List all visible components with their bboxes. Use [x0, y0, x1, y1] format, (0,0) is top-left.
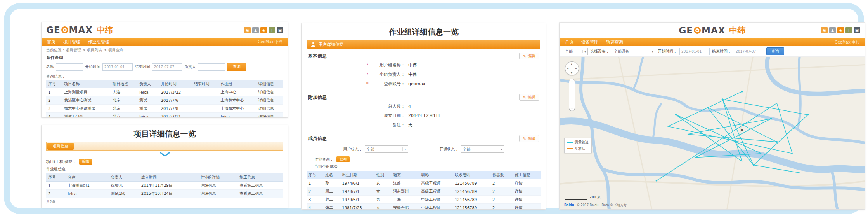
nav-welcome-text: GeoMax 中纬 — [258, 39, 282, 45]
nav-item-home[interactable]: 首页 — [47, 39, 55, 45]
edit-project-button[interactable]: 编辑 — [79, 159, 92, 164]
geomax-logo: GE MAX 中纬 — [46, 24, 113, 35]
edit-basic-button[interactable]: ✎ 编辑 — [519, 52, 539, 60]
table-cell: 4 — [307, 204, 323, 210]
table-cell: leica — [137, 113, 159, 118]
field-founded-date: 成立日期： 2014年12月1日 — [366, 113, 539, 119]
table-row: 3赵二1979/5/1男上海中级工程师1214567892详情 — [307, 196, 541, 204]
table-cell: 2 — [490, 196, 513, 204]
chevron-down-icon: ▾ — [650, 50, 653, 53]
screenshot-canvas: GE MAX 中纬 ◉ ▲ ◈ ✛ ▣ 首页 项目管理 作业组管理 GeoMax… — [0, 0, 868, 217]
open-status-label: 开通状态： — [440, 147, 459, 152]
table-link[interactable]: 查看施工信息 — [237, 182, 283, 190]
edit-members-button[interactable]: ✎ 编辑 — [519, 135, 539, 142]
nav-item-home[interactable]: 首页 — [565, 39, 573, 45]
column-header: 详细信息 — [256, 80, 283, 88]
open-status-select[interactable]: 全部 ▾ — [461, 145, 504, 153]
table-link[interactable]: 详细信息 — [199, 182, 238, 190]
table-cell: 江苏 — [391, 179, 419, 187]
nav-item-devices[interactable]: 设备管理 — [581, 39, 598, 45]
table-link[interactable]: 详情 — [513, 179, 541, 187]
table-cell: 女 — [374, 179, 391, 187]
device-type-select[interactable]: 全部 ▾ — [563, 48, 588, 55]
table-link[interactable]: 详细信息 — [256, 113, 283, 118]
table-cell — [192, 96, 219, 105]
table-link[interactable]: 详细信息 — [256, 96, 283, 105]
user-status-select[interactable]: 全部 ▾ — [365, 145, 408, 153]
table-cell: 测试1试 — [109, 190, 139, 198]
table-cell: 2014年11月29日 — [139, 182, 199, 190]
pencil-icon: ✎ — [523, 95, 526, 100]
table-row: 4钱二1981/7/23女安徽合肥中级工程师1214567892详情 — [307, 204, 541, 210]
pencil-icon: ✎ — [523, 54, 526, 58]
theodolite-icon: ▣ — [854, 27, 860, 33]
table-cell: 高级工程师 — [419, 179, 453, 187]
pan-down-arrow[interactable]: ▾ — [571, 71, 572, 75]
nav-item-projects[interactable]: 项目管理 — [63, 39, 80, 45]
owner-input[interactable] — [198, 63, 225, 71]
table-cell: 女 — [374, 204, 391, 210]
zoom-in-button[interactable]: + — [570, 79, 573, 83]
table-row: 2leica测试1试2015年10月24日详细信息查看施工信息 — [46, 190, 283, 198]
pan-control[interactable]: ▴ ▾ ◂ ▸ — [565, 61, 579, 75]
map-canvas[interactable] — [560, 57, 865, 209]
table-cell: 1974/6/1 — [340, 179, 374, 187]
end-date-label: 结束时间 — [135, 64, 150, 70]
start-date-input[interactable]: 2017-01-01 — [679, 48, 710, 55]
divider — [330, 99, 516, 99]
pan-left-arrow[interactable]: ◂ — [567, 66, 568, 70]
theodolite-icon: ▣ — [277, 27, 283, 33]
zoom-track[interactable] — [572, 84, 572, 106]
name-input[interactable] — [56, 63, 83, 71]
table-link[interactable]: 详情 — [513, 196, 541, 204]
nav-item-groups[interactable]: 作业组管理 — [88, 39, 109, 45]
projects-table: 序号项目名称项目地点负责人开始时间结束时间作业组详细信息1上海测量项目大连lei… — [46, 80, 283, 117]
edit-extra-button[interactable]: ✎ 编辑 — [519, 94, 539, 101]
table-cell: 121456789 — [453, 187, 490, 196]
end-date-input[interactable]: 2017-07-07 — [734, 48, 764, 55]
table-cell: 中级工程师 — [419, 196, 453, 204]
pan-up-arrow[interactable]: ▴ — [571, 62, 572, 66]
pan-right-arrow[interactable]: ▸ — [575, 66, 577, 70]
table-cell: 测试123会 — [62, 113, 111, 118]
table-cell: 1 — [307, 179, 323, 187]
table-cell: 徐智凡 — [109, 182, 139, 190]
column-header: 籍贯 — [391, 171, 419, 179]
table-link[interactable]: 详细信息 — [256, 88, 283, 96]
app-header: GE MAX 中纬 ◉ ▲ ◈ ✛ ▣ — [560, 23, 865, 38]
map-view[interactable]: ▴ ▾ ◂ ▸ + − 测量轨迹 基准站 — [560, 57, 865, 209]
table-link[interactable]: 详情 — [513, 204, 541, 210]
scale-line — [565, 198, 587, 200]
chevron-down-icon: ▾ — [582, 50, 586, 53]
search-button[interactable]: 查询 — [227, 63, 246, 71]
nav-welcome-text: GeoMax 中纬 — [835, 40, 859, 45]
pencil-icon: ✎ — [523, 136, 526, 141]
start-date-input[interactable]: 2017-01-01 — [102, 63, 133, 71]
job-query-button[interactable]: 查询 — [336, 156, 350, 162]
app-header: GE MAX 中纬 ◉ ▲ ◈ ✛ ▣ — [42, 22, 288, 38]
table-row: 3技术中心测试测试北京测试2017/7/8上海技术中心详细信息 — [46, 105, 283, 113]
table-cell: 周二 — [323, 187, 340, 196]
logo-text-cn: 中纬 — [97, 24, 113, 35]
nav-item-tracks[interactable]: 轨迹查询 — [606, 39, 623, 45]
table-link[interactable]: 详细信息 — [199, 190, 238, 198]
table-link[interactable]: 详细信息 — [256, 105, 283, 113]
column-header: 作业组 — [219, 80, 256, 88]
map-scalebar: 200 米 — [565, 195, 601, 200]
table-cell: 2 — [307, 187, 323, 196]
tab-project-info[interactable]: 项目信息 — [47, 143, 74, 150]
table-cell: 121456789 — [453, 204, 490, 210]
device-select[interactable]: 全部设备 ▾ — [612, 48, 655, 55]
user-icon — [311, 42, 315, 47]
table-link[interactable]: 查看施工信息 — [237, 190, 283, 198]
chevron-down-icon[interactable] — [159, 152, 170, 157]
column-header: 姓名 — [323, 171, 340, 179]
baidu-logo: Baidu — [564, 203, 574, 207]
end-date-input[interactable]: 2017-07-07 — [152, 63, 182, 71]
table-link[interactable]: 详情 — [513, 187, 541, 196]
zoom-slider[interactable]: + − — [569, 79, 575, 111]
table-row: 2周二1978/7/1女河南郑州高级工程师1214567892详情 — [307, 187, 541, 196]
column-header: 序号 — [307, 171, 323, 179]
zoom-out-button[interactable]: − — [570, 107, 573, 110]
map-query-button[interactable]: 查询 — [766, 47, 784, 55]
